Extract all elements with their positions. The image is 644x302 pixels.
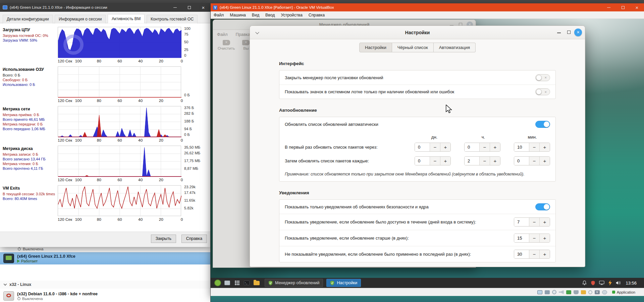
clock[interactable]: 13:56 [626, 281, 637, 286]
plus-button[interactable] [539, 234, 550, 242]
security-only-switch[interactable] [535, 203, 550, 210]
tab-guest-control[interactable]: Контроль гостевой ОС [147, 15, 198, 23]
files-launcher[interactable] [253, 279, 260, 287]
plus-button[interactable] [539, 250, 550, 258]
autorefresh-switch[interactable] [535, 121, 550, 128]
metric-legend-line: Загрузка гостевой ОС: 0% [3, 33, 56, 38]
plus-button[interactable] [440, 143, 450, 151]
minus-button[interactable] [529, 234, 539, 242]
hdd-status-icon[interactable] [545, 290, 550, 294]
recording-status-icon[interactable] [588, 290, 592, 294]
minus-button[interactable] [529, 250, 539, 258]
menu-help[interactable]: Справка [306, 13, 328, 17]
chart-plot [58, 185, 181, 216]
minus-button[interactable] [529, 218, 539, 226]
spin-value[interactable]: 15 [514, 234, 529, 242]
x-axis-label: 120 Сек [58, 178, 72, 182]
vm-group-header[interactable]: x32 - Linux [0, 281, 210, 289]
select-button-partial[interactable]: Вы [242, 40, 250, 51]
plus-button[interactable] [539, 157, 550, 165]
vm-list-item-selected[interactable]: (x64) Green Linux 21.1.0 Xfce Работает [0, 252, 210, 264]
spin-value[interactable]: 7 [514, 218, 529, 226]
available-days-spinner: 7 [514, 217, 550, 226]
tab-blacklist[interactable]: Чёрный список [392, 43, 434, 52]
terminal-launcher[interactable]: ›_ [243, 279, 251, 287]
menu-view[interactable]: Вид [249, 13, 262, 17]
disk-chart [58, 146, 181, 177]
volume-icon[interactable] [616, 281, 621, 285]
plus-button[interactable] [490, 157, 500, 165]
taskbar-window-settings[interactable]: Настройки [326, 279, 361, 287]
maximize-button[interactable] [616, 3, 630, 11]
chart-box-ram: 0 Б120 Сек100806040200 [58, 66, 209, 104]
x-axis-label: 80 [97, 59, 101, 63]
notifications-bell-icon[interactable] [582, 280, 587, 286]
maximize-button[interactable] [567, 31, 571, 34]
tab-settings[interactable]: Настройки [359, 43, 392, 52]
usb-status-icon[interactable] [574, 290, 579, 294]
tray-icon-switch[interactable] [535, 88, 550, 95]
close-icon[interactable]: × [196, 3, 210, 12]
help-button[interactable]: Справка [181, 235, 207, 243]
clear-button[interactable]: Очистить [218, 40, 235, 51]
menu-file[interactable]: Файл [211, 13, 227, 17]
update-shield-icon[interactable] [591, 281, 595, 286]
tab-config-details[interactable]: Детали конфигурации [3, 15, 53, 23]
menu-edit[interactable]: Правка [235, 32, 250, 37]
minus-button[interactable] [430, 157, 440, 165]
close-icon[interactable]: × [630, 3, 644, 11]
spin-value[interactable]: 2 [465, 157, 479, 165]
display-icon[interactable] [599, 281, 604, 285]
x-axis-label: 80 [97, 178, 101, 182]
x-axis-label: 100 [75, 59, 82, 63]
chart-plot [58, 106, 181, 137]
spin-value[interactable]: 10 [514, 143, 529, 151]
close-button[interactable]: Закрыть [151, 235, 176, 243]
display-status-icon[interactable] [537, 290, 542, 294]
spin-value[interactable]: 0 [514, 157, 529, 165]
minus-button[interactable] [430, 143, 440, 151]
minus-button[interactable] [479, 143, 490, 151]
close-after-update-switch[interactable] [535, 74, 550, 81]
plus-button[interactable] [539, 218, 550, 226]
menu-devices[interactable]: Устройства [278, 13, 305, 17]
minus-button[interactable] [529, 157, 539, 165]
spin-value[interactable]: 0 [415, 157, 430, 165]
menu-input[interactable]: Ввод [262, 13, 278, 17]
mouse-integration-status-icon[interactable] [602, 290, 607, 294]
close-icon[interactable]: × [574, 29, 582, 36]
menu-machine[interactable]: Машина [227, 13, 249, 17]
minimize-button[interactable] [602, 3, 616, 11]
metric-title: Метрика диска [3, 146, 56, 151]
network-status-icon[interactable] [566, 290, 571, 294]
minimize-button[interactable] [168, 3, 182, 12]
minus-button[interactable] [529, 143, 539, 151]
shared-folders-status-icon[interactable] [581, 290, 586, 294]
taskbar-window-update-manager[interactable]: Менеджер обновлений [265, 279, 323, 287]
menu-file[interactable]: Файл [217, 32, 227, 37]
power-bolt-icon[interactable] [608, 280, 612, 286]
metric-legend-line: Использовано: 0 Б [3, 82, 56, 87]
tab-automation[interactable]: Автоматизация [434, 43, 476, 52]
minimize-button[interactable] [557, 33, 561, 33]
vm-list-item-partial[interactable]: Выключена [0, 247, 210, 251]
tab-session-info[interactable]: Информация о сессии [55, 15, 106, 23]
spin-value[interactable]: 0 [415, 143, 430, 151]
spin-value[interactable]: 30 [514, 250, 529, 258]
optical-disc-status-icon[interactable] [552, 290, 556, 294]
x-axis-label: 80 [97, 98, 101, 103]
plus-button[interactable] [490, 143, 500, 151]
app-grid-button[interactable] [233, 279, 241, 287]
plus-button[interactable] [440, 157, 450, 165]
audio-status-icon[interactable] [559, 290, 564, 294]
minus-button[interactable] [479, 157, 490, 165]
maximize-button[interactable] [182, 3, 196, 12]
features-status-icon[interactable]: V [595, 290, 600, 294]
clear-icon [223, 40, 230, 45]
mint-menu-button[interactable] [214, 279, 221, 287]
vm-list-item-debian[interactable]: (x32) Debian 11.6.0 - i386 - kde + nonfr… [0, 290, 210, 302]
plus-button[interactable] [539, 143, 550, 151]
spin-value[interactable]: 0 [465, 143, 479, 151]
show-desktop-button[interactable] [223, 279, 231, 287]
tab-vm-activity[interactable]: Активность ВМ [108, 14, 145, 23]
